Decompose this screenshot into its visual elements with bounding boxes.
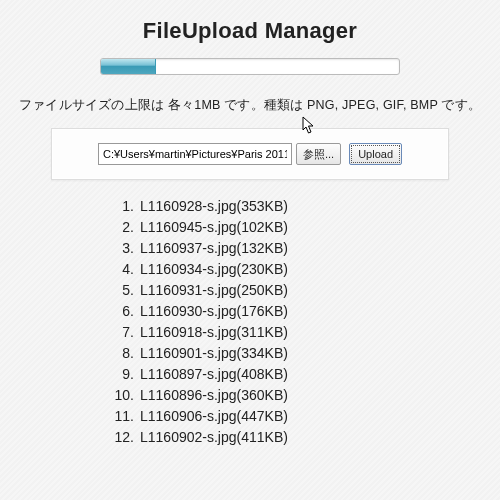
list-item-filename: L1160931-s.jpg	[140, 280, 237, 301]
list-item-index: 5.	[108, 280, 134, 301]
browse-button[interactable]: 参照...	[296, 143, 341, 165]
list-item: 5.L1160931-s.jpg (250KB)	[108, 280, 500, 301]
list-item-size: (353KB)	[237, 196, 288, 217]
list-item: 9.L1160897-s.jpg (408KB)	[108, 364, 500, 385]
file-path-input[interactable]	[98, 143, 292, 165]
list-item-size: (132KB)	[237, 238, 288, 259]
list-item-filename: L1160906-s.jpg	[140, 406, 237, 427]
list-item-filename: L1160928-s.jpg	[140, 196, 237, 217]
list-item-size: (176KB)	[237, 301, 288, 322]
upload-button[interactable]: Upload	[349, 143, 402, 165]
list-item-filename: L1160930-s.jpg	[140, 301, 237, 322]
list-item: 4.L1160934-s.jpg (230KB)	[108, 259, 500, 280]
progress-track	[100, 58, 400, 75]
list-item-filename: L1160902-s.jpg	[140, 427, 237, 448]
list-item: 2.L1160945-s.jpg (102KB)	[108, 217, 500, 238]
file-list: 1.L1160928-s.jpg (353KB)2.L1160945-s.jpg…	[108, 196, 500, 448]
list-item-filename: L1160937-s.jpg	[140, 238, 237, 259]
hint-text: ファイルサイズの上限は 各々1MB です。種類は PNG, JPEG, GIF,…	[0, 97, 500, 114]
upload-panel: 参照... Upload	[51, 128, 449, 180]
list-item-filename: L1160896-s.jpg	[140, 385, 237, 406]
list-item-size: (250KB)	[237, 280, 288, 301]
list-item-index: 6.	[108, 301, 134, 322]
list-item-index: 10.	[108, 385, 134, 406]
list-item-size: (411KB)	[237, 427, 288, 448]
list-item-size: (408KB)	[237, 364, 288, 385]
list-item: 11.L1160906-s.jpg (447KB)	[108, 406, 500, 427]
list-item-index: 8.	[108, 343, 134, 364]
list-item-index: 9.	[108, 364, 134, 385]
list-item-filename: L1160934-s.jpg	[140, 259, 237, 280]
list-item-index: 1.	[108, 196, 134, 217]
list-item: 10.L1160896-s.jpg (360KB)	[108, 385, 500, 406]
progress-fill	[101, 59, 156, 74]
list-item: 8.L1160901-s.jpg (334KB)	[108, 343, 500, 364]
list-item: 7.L1160918-s.jpg (311KB)	[108, 322, 500, 343]
list-item-size: (334KB)	[237, 343, 288, 364]
list-item-index: 12.	[108, 427, 134, 448]
list-item-size: (360KB)	[237, 385, 288, 406]
list-item: 12.L1160902-s.jpg (411KB)	[108, 427, 500, 448]
list-item: 1.L1160928-s.jpg (353KB)	[108, 196, 500, 217]
list-item-filename: L1160945-s.jpg	[140, 217, 237, 238]
list-item-index: 7.	[108, 322, 134, 343]
list-item-size: (230KB)	[237, 259, 288, 280]
list-item-filename: L1160918-s.jpg	[140, 322, 237, 343]
list-item-filename: L1160897-s.jpg	[140, 364, 237, 385]
list-item-size: (311KB)	[237, 322, 288, 343]
list-item-index: 3.	[108, 238, 134, 259]
page-title: FileUpload Manager	[0, 0, 500, 58]
progress-bar	[100, 58, 400, 75]
list-item-size: (447KB)	[237, 406, 288, 427]
list-item: 6.L1160930-s.jpg (176KB)	[108, 301, 500, 322]
list-item-size: (102KB)	[237, 217, 288, 238]
list-item-index: 2.	[108, 217, 134, 238]
list-item-index: 4.	[108, 259, 134, 280]
list-item: 3.L1160937-s.jpg (132KB)	[108, 238, 500, 259]
list-item-filename: L1160901-s.jpg	[140, 343, 237, 364]
list-item-index: 11.	[108, 406, 134, 427]
